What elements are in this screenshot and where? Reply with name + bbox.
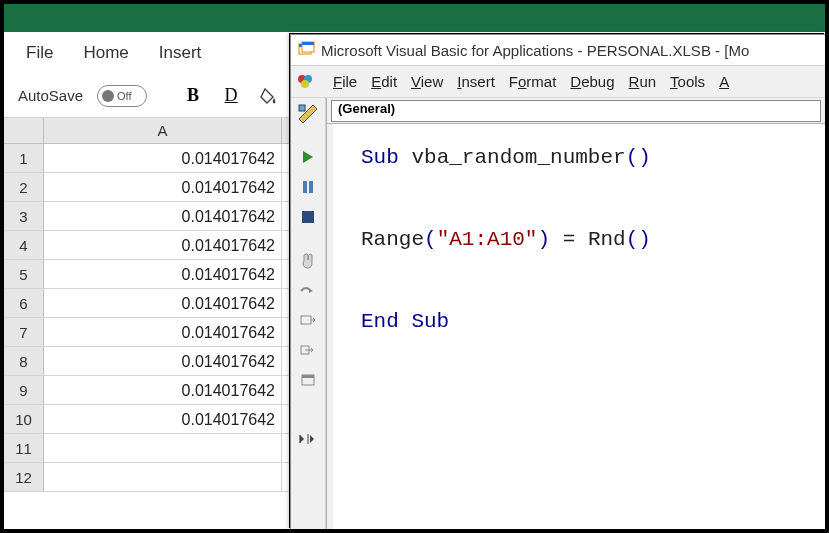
vbe-menubar: File Edit View Insert Format Debug Run T… bbox=[291, 66, 825, 98]
menu-file[interactable]: File bbox=[333, 73, 357, 90]
vbe-code-pane: (General) Sub vba_random_number() Range(… bbox=[326, 98, 825, 529]
step-over-icon[interactable] bbox=[296, 310, 320, 332]
menu-view[interactable]: View bbox=[411, 73, 443, 90]
cell[interactable]: 0.014017642 bbox=[44, 376, 282, 404]
hand-icon[interactable] bbox=[296, 250, 320, 272]
step-icon[interactable] bbox=[296, 280, 320, 302]
svg-rect-11 bbox=[301, 316, 311, 324]
row-header[interactable]: 9 bbox=[4, 376, 44, 404]
row-header[interactable]: 12 bbox=[4, 463, 44, 491]
code-rnd-fn: Rnd bbox=[588, 228, 626, 251]
run-icon[interactable] bbox=[296, 146, 320, 168]
row-header[interactable]: 1 bbox=[4, 144, 44, 172]
column-header-a[interactable]: A bbox=[44, 118, 282, 143]
paint-bucket-icon bbox=[259, 86, 279, 106]
select-all-corner[interactable] bbox=[4, 118, 44, 143]
menu-a[interactable]: A bbox=[719, 73, 729, 90]
toggle-dot-icon bbox=[102, 90, 114, 102]
bookmark-icon[interactable] bbox=[296, 370, 320, 392]
row-header[interactable]: 11 bbox=[4, 434, 44, 462]
step-out-icon[interactable] bbox=[296, 340, 320, 362]
autosave-toggle[interactable]: Off bbox=[97, 85, 147, 107]
row-header[interactable]: 5 bbox=[4, 260, 44, 288]
object-dropdown[interactable]: (General) bbox=[331, 100, 821, 122]
vbe-app-icon bbox=[297, 41, 315, 59]
cell[interactable] bbox=[44, 463, 282, 491]
code-end-sub: End Sub bbox=[361, 310, 449, 333]
svg-point-6 bbox=[301, 80, 309, 88]
svg-rect-7 bbox=[299, 105, 305, 111]
row-header[interactable]: 4 bbox=[4, 231, 44, 259]
bold-button[interactable]: B bbox=[179, 82, 207, 110]
tab-file[interactable]: File bbox=[26, 43, 53, 63]
cell[interactable]: 0.014017642 bbox=[44, 260, 282, 288]
row-header[interactable]: 6 bbox=[4, 289, 44, 317]
menu-format[interactable]: Format bbox=[509, 73, 557, 90]
svg-rect-14 bbox=[302, 375, 314, 378]
svg-rect-9 bbox=[309, 181, 313, 193]
svg-rect-8 bbox=[303, 181, 307, 193]
cell[interactable]: 0.014017642 bbox=[44, 347, 282, 375]
cell[interactable]: 0.014017642 bbox=[44, 289, 282, 317]
toolbar-chevrons-icon[interactable] bbox=[296, 428, 320, 450]
cell[interactable] bbox=[44, 434, 282, 462]
vbe-titlebar: Microsoft Visual Basic for Applications … bbox=[291, 35, 825, 66]
row-header[interactable]: 10 bbox=[4, 405, 44, 433]
cell[interactable]: 0.014017642 bbox=[44, 318, 282, 346]
tab-home[interactable]: Home bbox=[83, 43, 128, 63]
cell[interactable]: 0.014017642 bbox=[44, 231, 282, 259]
code-paren: () bbox=[626, 146, 651, 169]
menu-run[interactable]: Run bbox=[629, 73, 657, 90]
menu-debug[interactable]: Debug bbox=[570, 73, 614, 90]
tab-insert[interactable]: Insert bbox=[159, 43, 202, 63]
cell[interactable]: 0.014017642 bbox=[44, 405, 282, 433]
reset-icon[interactable] bbox=[296, 206, 320, 228]
vbe-title-text: Microsoft Visual Basic for Applications … bbox=[321, 42, 749, 59]
vbe-window: Microsoft Visual Basic for Applications … bbox=[290, 34, 825, 529]
code-editor[interactable]: Sub vba_random_number() Range("A1:A10") … bbox=[327, 124, 825, 529]
break-icon[interactable] bbox=[296, 176, 320, 198]
svg-rect-10 bbox=[302, 211, 314, 223]
row-header[interactable]: 7 bbox=[4, 318, 44, 346]
vbe-system-menu-icon[interactable] bbox=[295, 71, 319, 93]
row-header[interactable]: 3 bbox=[4, 202, 44, 230]
vbe-debug-toolbar bbox=[291, 98, 326, 529]
cell[interactable]: 0.014017642 bbox=[44, 173, 282, 201]
row-header[interactable]: 8 bbox=[4, 347, 44, 375]
excel-titlebar bbox=[4, 4, 825, 32]
design-mode-icon[interactable] bbox=[296, 102, 320, 124]
row-header[interactable]: 2 bbox=[4, 173, 44, 201]
code-range-fn: Range bbox=[361, 228, 424, 251]
code-sub-name: vba_random_number bbox=[411, 146, 625, 169]
code-keyword-sub: Sub bbox=[361, 146, 399, 169]
cell[interactable]: 0.014017642 bbox=[44, 202, 282, 230]
fill-color-button[interactable] bbox=[255, 82, 283, 110]
autosave-label: AutoSave bbox=[18, 87, 83, 104]
svg-rect-3 bbox=[302, 42, 314, 45]
code-range-arg: "A1:A10" bbox=[437, 228, 538, 251]
underline-button[interactable]: D bbox=[217, 82, 245, 110]
cell[interactable]: 0.014017642 bbox=[44, 144, 282, 172]
menu-insert[interactable]: Insert bbox=[457, 73, 495, 90]
autosave-state: Off bbox=[117, 90, 131, 102]
menu-tools[interactable]: Tools bbox=[670, 73, 705, 90]
menu-edit[interactable]: Edit bbox=[371, 73, 397, 90]
code-eq: = bbox=[550, 228, 588, 251]
